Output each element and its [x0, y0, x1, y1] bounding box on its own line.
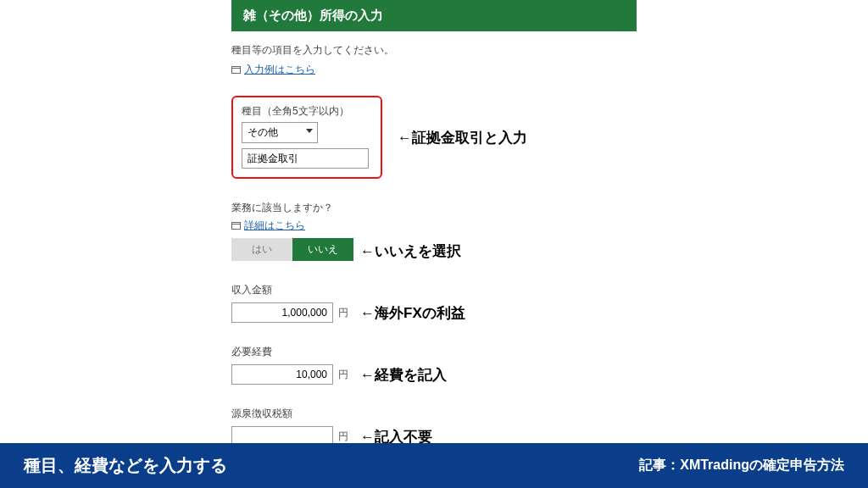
- footer-article: 記事：XMTradingの確定申告方法: [639, 457, 844, 474]
- annotation-shumoku: ←証拠金取引と入力: [398, 128, 527, 147]
- shumoku-label: 種目（全角5文字以内）: [242, 104, 372, 119]
- shunyu-unit: 円: [338, 306, 348, 320]
- gyomu-yes-button[interactable]: はい: [231, 238, 292, 261]
- annotation-shunyu: ←海外FXの利益: [360, 303, 465, 323]
- shumoku-select-value: その他: [248, 126, 278, 138]
- keihi-input[interactable]: [231, 364, 333, 385]
- gyomu-label: 業務に該当しますか？: [231, 201, 637, 215]
- example-link[interactable]: 入力例はこちら: [244, 64, 315, 75]
- gensen-unit: 円: [338, 430, 348, 444]
- keihi-unit: 円: [338, 368, 348, 382]
- new-window-icon: [231, 66, 241, 74]
- shumoku-text-input[interactable]: [242, 148, 369, 169]
- footer-caption: 種目、経費などを入力する: [24, 454, 227, 477]
- annotation-keihi: ←経費を記入: [360, 365, 447, 385]
- gyomu-no-button[interactable]: いいえ: [292, 238, 353, 261]
- shumoku-group: 種目（全角5文字以内） その他: [231, 96, 382, 179]
- footer-bar: 種目、経費などを入力する 記事：XMTradingの確定申告方法: [0, 443, 868, 488]
- shunyu-input[interactable]: [231, 302, 333, 323]
- gyomu-toggle: はい いいえ: [231, 238, 353, 261]
- shumoku-select[interactable]: その他: [242, 122, 318, 143]
- page-title: 雑（その他）所得の入力: [231, 0, 637, 31]
- intro-text: 種目等の項目を入力してください。: [231, 43, 637, 58]
- shunyu-label: 収入金額: [231, 283, 637, 297]
- chevron-down-icon: [306, 129, 313, 133]
- gensen-label: 源泉徴収税額: [231, 407, 637, 421]
- keihi-label: 必要経費: [231, 345, 637, 359]
- new-window-icon: [231, 222, 241, 230]
- annotation-gyomu: ←いいえを選択: [360, 241, 461, 261]
- gyomu-detail-link[interactable]: 詳細はこちら: [244, 219, 305, 231]
